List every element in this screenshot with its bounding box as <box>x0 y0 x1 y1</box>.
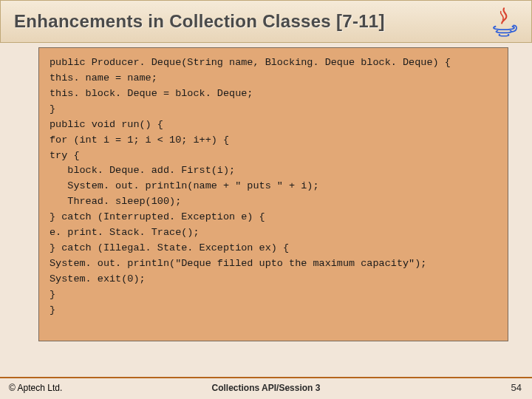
code-line: System. out. println("Deque filled upto … <box>50 256 497 272</box>
code-line: public void run() { <box>50 117 497 133</box>
code-line: System. exit(0); <box>50 272 497 287</box>
code-line: for (int i = 1; i < 10; i++) { <box>50 133 497 149</box>
code-line: public Producer. Deque(String name, Bloc… <box>50 55 497 71</box>
page-number: 54 <box>511 382 522 393</box>
code-line: } <box>50 303 497 318</box>
code-line: } <box>50 102 497 117</box>
copyright-text: © Aptech Ltd. <box>9 383 62 393</box>
code-line: e. print. Stack. Trace(); <box>50 225 497 241</box>
code-line: Thread. sleep(100); <box>50 194 497 210</box>
slide-title: Enhancements in Collection Classes [7-11… <box>14 11 385 32</box>
code-line: System. out. println(name + " puts " + i… <box>50 179 497 194</box>
code-line: } <box>50 287 497 303</box>
code-line: block. Deque. add. First(i); <box>50 163 497 179</box>
java-logo-icon <box>487 5 521 39</box>
session-label: Collections API/Session 3 <box>212 383 321 393</box>
code-line: } catch (Interrupted. Exception e) { <box>50 210 497 225</box>
code-block: public Producer. Deque(String name, Bloc… <box>38 47 508 341</box>
code-line: this. block. Deque = block. Deque; <box>50 86 497 102</box>
divider <box>0 377 532 378</box>
code-line: this. name = name; <box>50 71 497 86</box>
code-line: try { <box>50 149 497 164</box>
code-line: } catch (Illegal. State. Exception ex) { <box>50 241 497 256</box>
slide-header: Enhancements in Collection Classes [7-11… <box>0 0 532 43</box>
